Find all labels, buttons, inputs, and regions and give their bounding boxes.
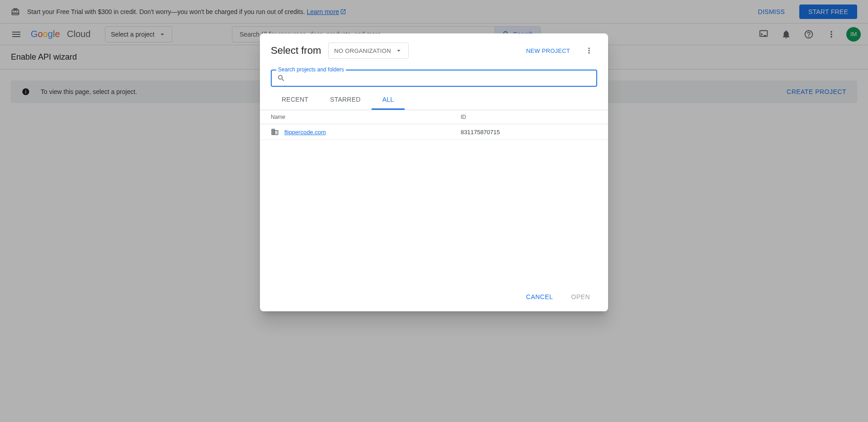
dropdown-icon	[395, 47, 403, 55]
search-input[interactable]	[290, 75, 591, 82]
tab-starred[interactable]: STARRED	[319, 90, 372, 110]
modal-overlay: Select from NO ORGANIZATION NEW PROJECT …	[0, 0, 868, 114]
search-field-label: Search projects and folders	[276, 66, 346, 73]
tab-all[interactable]: ALL	[372, 90, 405, 110]
new-project-button[interactable]: NEW PROJECT	[523, 44, 574, 58]
search-icon	[277, 74, 285, 82]
tab-bar: RECENT STARRED ALL	[260, 90, 608, 110]
tab-recent[interactable]: RECENT	[271, 90, 319, 110]
project-picker-modal: Select from NO ORGANIZATION NEW PROJECT …	[260, 33, 608, 114]
table-header: Name ID	[260, 110, 608, 114]
modal-title: Select from	[271, 45, 321, 56]
organization-selector[interactable]: NO ORGANIZATION	[328, 42, 409, 59]
more-icon[interactable]	[581, 42, 597, 59]
